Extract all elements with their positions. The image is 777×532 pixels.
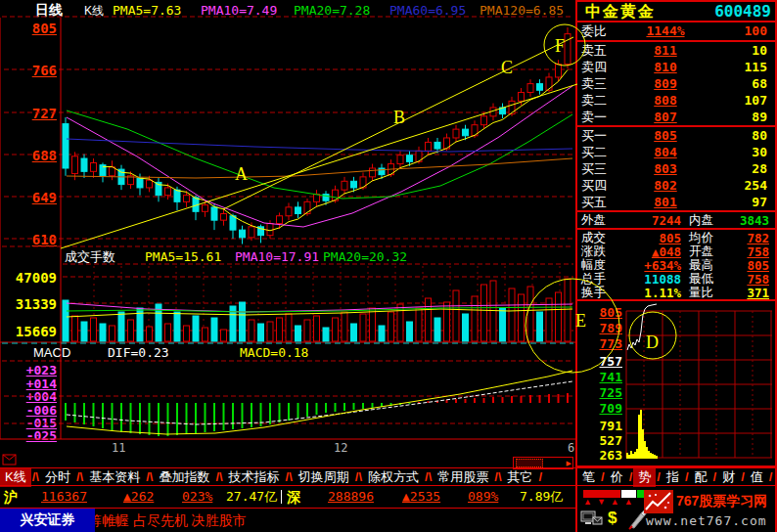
- sz-index: 288896: [328, 487, 374, 507]
- tab-kline[interactable]: K线: [0, 467, 31, 487]
- annotation-letter-C: C: [501, 58, 513, 77]
- mini-tick: 789: [579, 322, 622, 335]
- tab-zhi[interactable]: 指: [662, 467, 684, 487]
- inner-value: 3843: [732, 213, 775, 228]
- tab-switch-period[interactable]: 切换周期: [294, 467, 354, 487]
- mini-tick: 709: [579, 402, 622, 416]
- status-divider: [281, 490, 282, 504]
- tab-basic-info[interactable]: 基本资料: [84, 467, 145, 487]
- sh-change: ▲262: [123, 487, 154, 507]
- dollar-icon[interactable]: $: [608, 509, 617, 528]
- weibi-row: 委比 1144% 100: [577, 22, 775, 39]
- sell4-qty: 115: [701, 60, 775, 74]
- buy5-label: 买五: [577, 194, 630, 211]
- tab-separator: /\: [494, 469, 501, 484]
- tab-fenshi[interactable]: 分时: [40, 467, 75, 487]
- sz-amount: 7.89亿: [520, 487, 563, 507]
- inout-row: 外盘 7244 内盘 3843: [577, 213, 775, 228]
- dif-legend: DIF=0.23: [108, 345, 169, 360]
- tab-other[interactable]: 其它: [503, 467, 538, 487]
- trend-arrows: ▲▼▲▲: [583, 497, 638, 507]
- stock-code: 600489: [685, 2, 771, 21]
- sz-change: ▲2535: [402, 487, 440, 507]
- tab-separator: /\: [32, 469, 39, 484]
- stats-row: 换手1.11%量比371: [577, 286, 775, 299]
- sell3-price[interactable]: 809: [630, 76, 701, 91]
- weibi-label: 委比: [577, 22, 630, 40]
- buy4-qty: 254: [701, 178, 775, 193]
- tab-cai[interactable]: 财: [717, 467, 740, 487]
- buy-row-4: 买四802254: [577, 177, 775, 194]
- outer-value: 7244: [624, 213, 681, 228]
- tab-separator: /: [657, 469, 661, 484]
- x-axis-month: 11: [112, 441, 125, 455]
- site-url[interactable]: www.net767.com: [646, 513, 767, 528]
- macd-tick: +023: [6, 363, 57, 377]
- tab-dan[interactable]: 单: [773, 467, 777, 487]
- progress-green: [637, 490, 644, 498]
- tab-indicators[interactable]: 技术指标: [224, 467, 285, 487]
- tab-jia[interactable]: 价: [606, 467, 628, 487]
- tab-bi[interactable]: 笔: [577, 467, 600, 487]
- buy4-price[interactable]: 802: [630, 178, 701, 193]
- tab-separator: /: [741, 469, 745, 484]
- turnover-value: 1.11%: [624, 286, 681, 300]
- buy3-price[interactable]: 803: [630, 161, 701, 176]
- sell5-qty: 10: [701, 43, 775, 58]
- sell2-price[interactable]: 808: [630, 93, 701, 108]
- tab-shi[interactable]: 势: [633, 467, 656, 487]
- vma20-legend: PMA20=20.32: [323, 249, 407, 264]
- price-tick: 805: [6, 21, 57, 36]
- sell1-label: 卖一: [577, 109, 630, 126]
- sh-market-label: 沪: [4, 487, 18, 507]
- buy1-label: 买一: [577, 127, 630, 145]
- tab-separator: /\: [76, 469, 83, 484]
- high-price: 805: [732, 258, 775, 273]
- tab-zhi2[interactable]: 值: [746, 467, 768, 487]
- buy2-price[interactable]: 804: [630, 145, 701, 159]
- tab-separator: /: [539, 469, 543, 484]
- sh-index: 116367: [41, 487, 87, 507]
- buy-row-3: 买三80328: [577, 160, 775, 177]
- annotation-letter-F: F: [555, 36, 565, 56]
- buy3-qty: 28: [701, 161, 775, 176]
- computer-icon[interactable]: [578, 508, 604, 532]
- buy1-price[interactable]: 805: [630, 128, 701, 143]
- mini-tick: 725: [579, 386, 622, 400]
- broker-badge[interactable]: 兴安证券: [0, 509, 95, 532]
- tab-separator: /: [769, 469, 773, 484]
- buy4-label: 买四: [577, 177, 630, 195]
- panel-tabbar: 笔/ 价/ 势/ 指/ 配/ 财/ 值/ 单/: [577, 467, 775, 486]
- volume-tick: 47009: [6, 270, 57, 286]
- annotation-letter-D: D: [646, 332, 659, 352]
- amplitude-value: +634%: [624, 258, 681, 273]
- sell4-price[interactable]: 810: [630, 60, 701, 74]
- tab-separator: /\: [146, 469, 153, 484]
- sell5-price[interactable]: 811: [630, 43, 701, 58]
- app-window: 日线 K线 PMA5=7.63 PMA10=7.49 PMA20=7.28 PM…: [0, 0, 777, 532]
- mini-tick: 805: [579, 306, 622, 320]
- tab-pei[interactable]: 配: [690, 467, 712, 487]
- tab-exright[interactable]: 除权方式: [363, 467, 424, 487]
- inner-label: 内盘: [681, 212, 732, 229]
- sell1-price[interactable]: 807: [630, 110, 701, 124]
- sz-market-label: 深: [287, 487, 300, 507]
- period-label[interactable]: 日线: [35, 2, 63, 20]
- sell3-qty: 68: [701, 76, 775, 91]
- vol-ratio-label: 量比: [681, 285, 732, 301]
- site-name[interactable]: 767股票学习网: [676, 493, 767, 510]
- scrollbar-arrow-icon[interactable]: ▶: [567, 460, 572, 466]
- sell1-qty: 89: [701, 110, 775, 124]
- panel-divider: [575, 299, 777, 301]
- tab-common-stocks[interactable]: 常用股票: [433, 467, 493, 487]
- tab-separator: /: [713, 469, 717, 484]
- buy5-price[interactable]: 801: [630, 195, 701, 209]
- price-tick: 766: [6, 63, 57, 78]
- macd-tick: +004: [6, 389, 57, 404]
- weibi-diff: 100: [701, 23, 775, 38]
- chart-type-label[interactable]: K线: [84, 3, 104, 20]
- tab-overlay-index[interactable]: 叠加指数: [154, 467, 214, 487]
- sh-percent: 023%: [182, 487, 212, 507]
- total-lots: 11088: [624, 272, 681, 287]
- chart-tabbar: K线/\ 分时/\ 基本资料/\ 叠加指数/\ 技术指标/\ 切换周期/\ 除权…: [0, 467, 575, 486]
